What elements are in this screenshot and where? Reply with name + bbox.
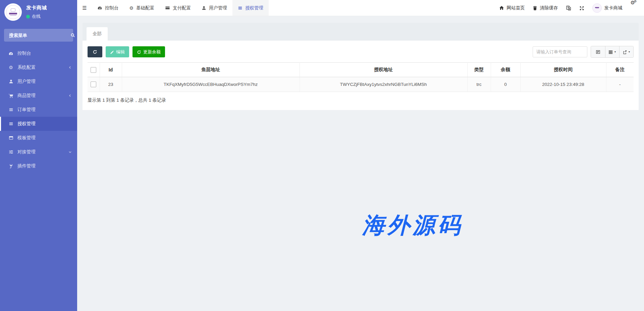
topbar-tab-label: 控制台 bbox=[105, 5, 119, 11]
cell-balance: 0 bbox=[491, 77, 520, 92]
topbar-tab-label: 用户管理 bbox=[209, 5, 227, 11]
topbar-tab-authorization-management[interactable]: 授权管理 bbox=[232, 0, 269, 16]
column-header-balance[interactable]: 余额 bbox=[491, 63, 520, 77]
trash-icon bbox=[533, 5, 537, 10]
sidebar-item-user-management[interactable]: 用户管理 bbox=[0, 74, 77, 89]
pencil-icon bbox=[110, 49, 114, 54]
cell-type: trc bbox=[467, 77, 491, 92]
sidebar-item-system-config[interactable]: ⚙ 系统配置 bbox=[0, 60, 77, 74]
column-header-auth-time[interactable]: 授权时间 bbox=[520, 63, 606, 77]
export-icon bbox=[623, 49, 627, 54]
table-view-button-group: ▼ ▼ bbox=[591, 46, 634, 58]
clear-cache-link[interactable]: 清除缓存 bbox=[529, 0, 562, 16]
sidebar-item-console[interactable]: 控制台 bbox=[0, 46, 77, 60]
gear-icon: ⚙ bbox=[8, 65, 14, 70]
sidebar-item-label: 模板管理 bbox=[17, 135, 36, 141]
sidebar-item-order-management[interactable]: 订单管理 bbox=[0, 103, 77, 117]
gears-icon-small: ⚙ bbox=[634, 0, 637, 3]
detail-view-button[interactable] bbox=[591, 46, 605, 57]
sidebar-item-integration-management[interactable]: 对接管理 bbox=[0, 145, 77, 159]
refresh-button[interactable] bbox=[88, 46, 102, 57]
record-summary: 显示第 1 到第 1 条记录，总共 1 条记录 bbox=[88, 97, 634, 103]
sidebar-item-template-management[interactable]: 模板管理 bbox=[0, 131, 77, 145]
caret-down-icon: ▼ bbox=[614, 51, 616, 53]
chevron-down-icon bbox=[68, 150, 72, 154]
authorization-table: Id 鱼苗地址 授权地址 类型 余额 授权时间 备注 23 bbox=[88, 62, 634, 92]
topbar-tab-payment-config[interactable]: 支付配置 bbox=[160, 0, 196, 16]
column-header-type[interactable]: 类型 bbox=[467, 63, 491, 77]
sidebar-item-label: 系统配置 bbox=[17, 64, 36, 70]
column-header-auth-address[interactable]: 授权地址 bbox=[300, 63, 467, 77]
update-balance-label: 更新余额 bbox=[143, 49, 161, 55]
workspace: 全部 编辑 更新余额 bbox=[77, 23, 644, 311]
bars-icon: ☰ bbox=[82, 5, 87, 11]
language-button[interactable] bbox=[562, 0, 575, 16]
brand-avatar[interactable] bbox=[4, 3, 22, 21]
update-balance-button[interactable]: 更新余额 bbox=[132, 46, 165, 57]
gauge-icon bbox=[8, 51, 14, 56]
user-menu[interactable]: 发卡商城 bbox=[588, 0, 626, 16]
export-button[interactable]: ▼ bbox=[619, 46, 633, 57]
search-icon[interactable] bbox=[70, 33, 75, 38]
user-avatar bbox=[592, 3, 602, 13]
topbar-tab-label: 支付配置 bbox=[173, 5, 191, 11]
sidebar-item-authorization-management[interactable]: 授权管理 bbox=[0, 117, 77, 131]
tab-all[interactable]: 全部 bbox=[87, 27, 108, 41]
edit-button[interactable]: 编辑 bbox=[106, 46, 129, 57]
sidebar-item-plugin-management[interactable]: 插件管理 bbox=[0, 159, 77, 173]
column-header-remark[interactable]: 备注 bbox=[606, 63, 634, 77]
topbar-tab-basic-config[interactable]: ⚙ 基础配置 bbox=[124, 0, 160, 16]
user-icon bbox=[202, 6, 206, 10]
sidebar-item-product-management[interactable]: 商品管理 bbox=[0, 89, 77, 103]
cart-icon bbox=[8, 93, 14, 98]
brand-logo-icon bbox=[6, 5, 20, 19]
refresh-icon bbox=[137, 49, 141, 54]
table-row[interactable]: 23 TKFqXMyfrD5G5WccEBHuaqDXworPSYm7hz TW… bbox=[88, 77, 634, 92]
main-area: ☰ 控制台 ⚙ 基础配置 支付配置 用户管理 授权管理 bbox=[77, 0, 644, 311]
topbar-tab-console[interactable]: 控制台 bbox=[92, 0, 124, 16]
brand-text: 发卡商城 在线 bbox=[26, 5, 47, 19]
fullscreen-button[interactable] bbox=[575, 0, 588, 16]
sidebar-menu: 控制台 ⚙ 系统配置 用户管理 商品管理 订单管理 授权管理 模板管理 bbox=[0, 46, 77, 173]
plug-icon bbox=[8, 164, 14, 168]
sidebar-item-label: 控制台 bbox=[17, 50, 31, 56]
cell-auth-time: 2022-10-15 23:49:28 bbox=[520, 77, 606, 92]
table-header-row: Id 鱼苗地址 授权地址 类型 余额 授权时间 备注 bbox=[88, 63, 634, 77]
column-header-id[interactable]: Id bbox=[100, 63, 122, 77]
column-header-seed-address[interactable]: 鱼苗地址 bbox=[122, 63, 300, 77]
language-icon bbox=[566, 5, 571, 11]
toolbar-right: ▼ ▼ bbox=[533, 46, 634, 58]
sidebar-toggle-button[interactable]: ☰ bbox=[77, 0, 92, 16]
sidebar-item-label: 插件管理 bbox=[17, 163, 36, 169]
sidebar-item-label: 用户管理 bbox=[17, 79, 36, 85]
cell-remark: - bbox=[606, 77, 634, 92]
columns-toggle-button[interactable]: ▼ bbox=[605, 46, 619, 57]
order-search-input[interactable] bbox=[533, 46, 587, 57]
table-toolbar: 编辑 更新余额 ▼ bbox=[88, 46, 634, 58]
clear-cache-label: 清除缓存 bbox=[540, 5, 558, 11]
brand: 发卡商城 在线 bbox=[0, 0, 77, 23]
card-body: 编辑 更新余额 ▼ bbox=[83, 41, 639, 110]
select-all-checkbox[interactable] bbox=[91, 67, 96, 73]
row-checkbox[interactable] bbox=[91, 82, 96, 87]
brand-title: 发卡商城 bbox=[26, 5, 47, 11]
site-home-label: 网站首页 bbox=[506, 5, 525, 11]
gear-icon: ⚙ bbox=[129, 5, 134, 11]
gauge-icon bbox=[97, 5, 102, 10]
topbar-right: 网站首页 清除缓存 发卡商城 ⚙ ⚙ bbox=[495, 0, 644, 16]
sidebar-item-label: 授权管理 bbox=[17, 121, 36, 127]
chevron-left-icon bbox=[68, 66, 72, 69]
topbar-tab-label: 授权管理 bbox=[245, 5, 263, 11]
cell-id: 23 bbox=[100, 77, 122, 92]
edit-button-label: 编辑 bbox=[116, 49, 125, 55]
fullscreen-icon bbox=[579, 5, 584, 11]
sidebar-item-label: 商品管理 bbox=[17, 93, 36, 99]
sidebar-item-label: 对接管理 bbox=[17, 149, 36, 155]
site-home-link[interactable]: 网站首页 bbox=[495, 0, 529, 16]
topbar-tab-user-management[interactable]: 用户管理 bbox=[196, 0, 232, 16]
menu-search[interactable] bbox=[4, 29, 73, 42]
online-status-label: 在线 bbox=[32, 13, 41, 19]
menu-search-input[interactable] bbox=[8, 33, 70, 38]
settings-button[interactable]: ⚙ ⚙ bbox=[626, 0, 641, 16]
list-icon bbox=[238, 6, 243, 10]
